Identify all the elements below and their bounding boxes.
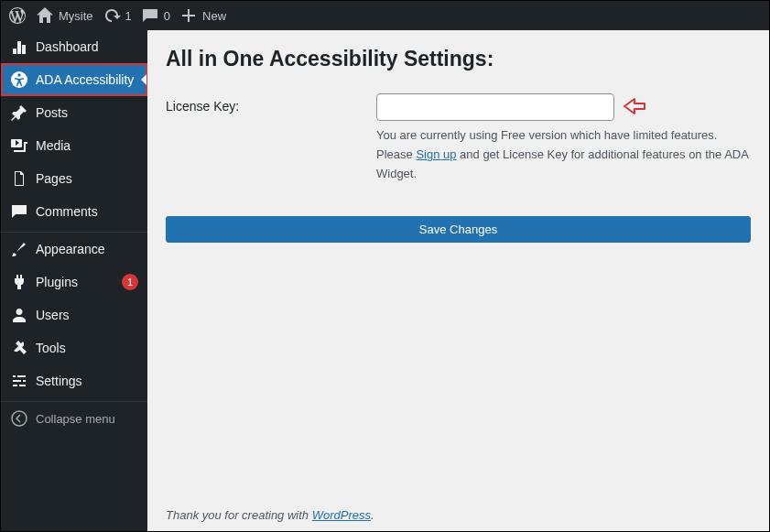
new-label: New [202, 9, 226, 23]
signup-link[interactable]: Sign up [416, 147, 456, 161]
sidebar-item-plugins[interactable]: Plugins 1 [1, 266, 147, 299]
site-name: Mysite [59, 9, 93, 23]
svg-point-1 [17, 73, 20, 76]
sidebar-item-pages[interactable]: Pages [1, 162, 147, 195]
sidebar-item-comments[interactable]: Comments [1, 195, 147, 228]
sidebar-item-label: Comments [36, 204, 138, 219]
sidebar-item-label: Plugins [36, 275, 114, 289]
pin-icon [10, 103, 28, 122]
comment-icon [141, 6, 159, 25]
sidebar-item-label: Pages [36, 171, 138, 186]
media-icon [10, 136, 28, 155]
sidebar-item-label: Appearance [36, 242, 138, 256]
tools-icon [10, 339, 28, 357]
license-key-row: License Key: [166, 93, 751, 121]
sidebar-item-label: Dashboard [36, 39, 138, 54]
sidebar-item-settings[interactable]: Settings [1, 364, 147, 397]
callout-arrow-icon [622, 96, 647, 119]
dashboard-icon [10, 38, 28, 56]
sidebar-item-label: Settings [36, 374, 138, 388]
plugin-icon [10, 273, 28, 291]
home-icon [36, 6, 54, 25]
admin-sidebar: Dashboard ADA Accessibility Posts Media … [1, 30, 147, 531]
users-icon [10, 306, 28, 324]
admin-toolbar: Mysite 1 0 New [1, 1, 769, 30]
update-icon [103, 6, 121, 25]
updates-link[interactable]: 1 [103, 6, 132, 25]
collapse-icon [10, 409, 28, 428]
collapse-label: Collapse menu [36, 412, 138, 426]
main-content: All in One Accessibility Settings: Licen… [147, 30, 769, 531]
sidebar-item-dashboard[interactable]: Dashboard [1, 30, 147, 63]
footer-credit: Thank you for creating with WordPress. [166, 490, 751, 522]
helper-line-1: You are currently using Free version whi… [376, 126, 751, 146]
sidebar-item-ada-accessibility[interactable]: ADA Accessibility [1, 63, 147, 96]
accessibility-icon [10, 71, 28, 89]
sidebar-item-appearance[interactable]: Appearance [1, 233, 147, 266]
license-key-input[interactable] [376, 93, 614, 121]
sidebar-item-label: Tools [36, 341, 138, 355]
save-changes-button[interactable]: Save Changes [166, 216, 751, 243]
plus-icon [179, 6, 198, 25]
comments-count: 0 [164, 9, 170, 23]
update-badge: 1 [122, 274, 138, 290]
wp-logo[interactable] [8, 6, 27, 25]
sidebar-item-label: Media [36, 138, 138, 153]
helper-line-2: Please Sign up and get License Key for a… [376, 146, 751, 184]
license-helper-text: You are currently using Free version whi… [376, 126, 751, 183]
svg-point-2 [12, 411, 27, 426]
sidebar-item-tools[interactable]: Tools [1, 331, 147, 364]
sidebar-item-label: ADA Accessibility [36, 72, 138, 87]
comments-link[interactable]: 0 [141, 6, 170, 25]
sidebar-item-media[interactable]: Media [1, 129, 147, 162]
wordpress-icon [8, 6, 27, 25]
brush-icon [10, 240, 28, 258]
comments-icon [10, 202, 28, 221]
wordpress-link[interactable]: WordPress [312, 508, 371, 522]
settings-icon [10, 372, 28, 390]
page-title: All in One Accessibility Settings: [166, 47, 751, 71]
sidebar-item-users[interactable]: Users [1, 299, 147, 331]
updates-count: 1 [125, 9, 132, 23]
sidebar-item-label: Users [36, 308, 138, 322]
page-icon [10, 169, 28, 188]
collapse-menu[interactable]: Collapse menu [1, 402, 147, 435]
site-link[interactable]: Mysite [36, 6, 93, 25]
license-key-label: License Key: [166, 93, 376, 114]
sidebar-item-label: Posts [36, 105, 138, 120]
new-content-link[interactable]: New [179, 6, 226, 25]
sidebar-item-posts[interactable]: Posts [1, 96, 147, 129]
